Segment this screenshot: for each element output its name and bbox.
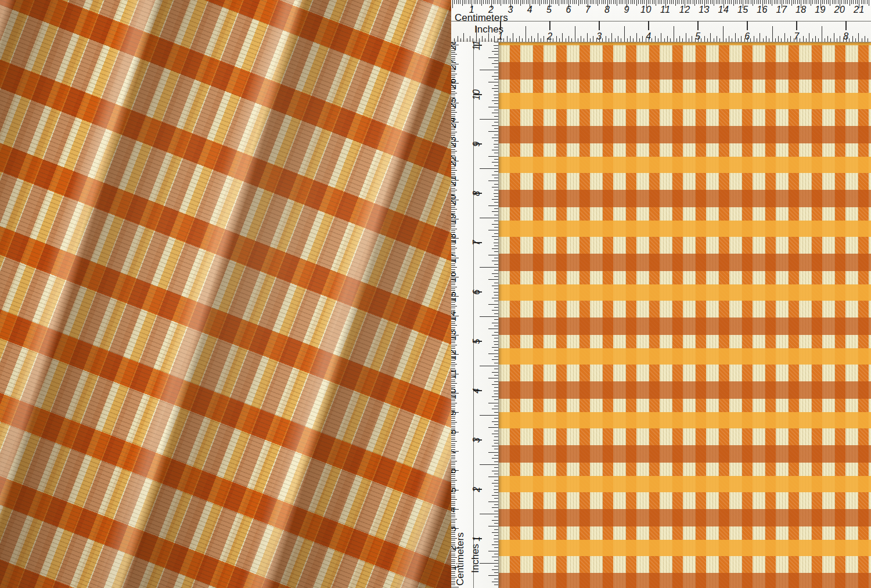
inch-fraction-tick xyxy=(757,38,757,42)
cm-tick xyxy=(611,0,611,4)
cm-number-label: 9 xyxy=(618,5,635,15)
inch-fraction-tick xyxy=(494,67,499,67)
cm-tick xyxy=(845,0,846,4)
inch-fraction-tick xyxy=(494,437,499,437)
cm-tick xyxy=(534,0,534,4)
inch-fraction-tick xyxy=(494,227,499,228)
cm-tick xyxy=(538,0,538,4)
cm-tick xyxy=(640,0,641,4)
inch-fraction-tick xyxy=(578,38,578,42)
cm-tick xyxy=(622,0,623,4)
inch-fraction-tick xyxy=(562,33,563,42)
inch-fraction-tick xyxy=(494,406,499,406)
cm-number-label: 14 xyxy=(715,5,732,15)
cm-number-label: 21 xyxy=(451,172,458,189)
inch-fraction-tick xyxy=(840,36,840,42)
inch-fraction-tick xyxy=(534,38,535,42)
inch-fraction-tick xyxy=(492,76,499,77)
inch-fraction-tick xyxy=(492,544,499,545)
inch-fraction-tick xyxy=(488,205,498,206)
cm-tick xyxy=(470,0,470,4)
cm-tick xyxy=(783,0,784,4)
inch-fraction-tick xyxy=(714,38,714,42)
inch-fraction-tick xyxy=(492,483,499,484)
cm-tick xyxy=(451,557,457,558)
cm-tick xyxy=(729,0,730,4)
inch-fraction-tick xyxy=(674,26,674,42)
inch-fraction-tick xyxy=(494,338,499,338)
cm-tick xyxy=(451,581,455,582)
cm-tick xyxy=(809,0,809,4)
cm-number-label: 19 xyxy=(812,5,829,15)
cm-tick xyxy=(737,0,737,4)
inch-fraction-tick xyxy=(566,38,566,42)
cm-tick xyxy=(683,0,683,4)
inch-fraction-tick xyxy=(494,301,499,301)
inch-fraction-tick xyxy=(830,38,831,42)
inch-fraction-tick xyxy=(636,33,637,42)
inch-fraction-tick xyxy=(494,474,499,474)
cm-number-label: 8 xyxy=(451,423,458,441)
inch-fraction-tick xyxy=(480,316,498,317)
cm-number-label: 14 xyxy=(451,307,458,324)
inch-fraction-tick xyxy=(494,221,499,221)
cm-tick xyxy=(522,0,523,4)
inch-fraction-tick xyxy=(494,233,499,234)
cm-number-label: 2 xyxy=(483,5,500,15)
cm-tick xyxy=(563,0,563,4)
inch-fraction-tick xyxy=(732,38,732,42)
cm-tick xyxy=(580,0,581,4)
cm-tick xyxy=(648,0,649,4)
inch-fraction-tick xyxy=(492,384,499,385)
inch-fraction-tick xyxy=(492,434,499,434)
inch-fraction-tick xyxy=(494,79,499,80)
inch-number-label: 11 xyxy=(472,42,481,54)
cm-tick xyxy=(770,0,771,4)
cm-tick xyxy=(451,287,457,287)
cm-tick xyxy=(799,0,800,4)
inch-number-label: 1 xyxy=(472,530,481,547)
cm-tick xyxy=(602,0,602,4)
inch-fraction-tick xyxy=(627,38,628,42)
cm-tick xyxy=(451,248,457,248)
cm-tick xyxy=(757,0,757,4)
cm-tick xyxy=(754,0,755,4)
cm-tick xyxy=(818,0,819,4)
cm-tick xyxy=(834,0,834,4)
inch-fraction-tick xyxy=(519,36,520,42)
cm-tick xyxy=(561,0,562,4)
inch-fraction-tick xyxy=(494,270,499,270)
inch-fraction-tick xyxy=(492,323,499,323)
cm-tick xyxy=(661,0,662,4)
inch-fraction-tick xyxy=(494,319,499,320)
inch-fraction-tick xyxy=(575,26,575,42)
vertical-ruler: Centimeters Inches 123456789101112131415… xyxy=(451,42,499,588)
inch-fraction-tick xyxy=(686,33,686,42)
cm-number-label: 13 xyxy=(696,5,713,15)
inch-fraction-tick xyxy=(492,520,499,521)
cm-tick xyxy=(847,0,848,4)
inch-fraction-tick xyxy=(784,33,785,42)
inch-fraction-tick xyxy=(488,33,489,42)
inch-fraction-tick xyxy=(494,539,498,539)
inch-fraction-tick xyxy=(492,446,499,446)
inch-fraction-tick xyxy=(649,37,649,42)
inch-fraction-tick xyxy=(729,36,729,42)
cm-tick xyxy=(451,364,457,365)
cm-tick xyxy=(485,0,486,4)
inch-fraction-tick xyxy=(494,239,499,240)
inch-fraction-tick xyxy=(494,467,499,468)
cm-tick xyxy=(699,0,699,4)
cm-tick xyxy=(451,422,457,423)
draped-fabric-photo xyxy=(0,0,451,588)
inch-fraction-tick xyxy=(494,486,499,486)
cm-tick xyxy=(451,585,455,585)
inch-fraction-tick xyxy=(494,246,499,246)
cm-tick xyxy=(812,0,813,4)
inch-fraction-tick xyxy=(719,38,720,42)
inch-fraction-tick xyxy=(494,193,498,194)
cm-tick xyxy=(654,0,654,4)
inch-fraction-tick xyxy=(492,273,499,274)
inch-number-label: 7 xyxy=(472,234,481,251)
inch-fraction-tick xyxy=(655,36,656,42)
